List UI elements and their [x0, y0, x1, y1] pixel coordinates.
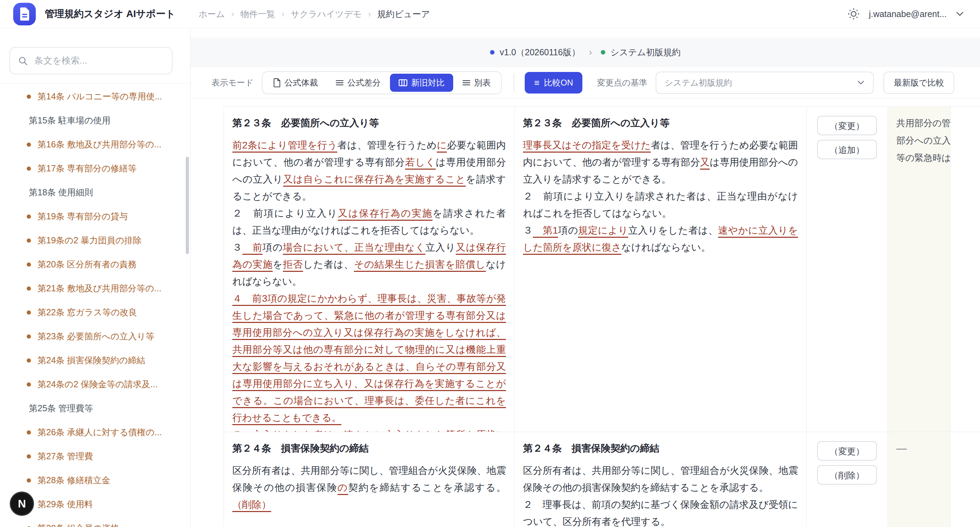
version-bar: v1.0（20260116版） › システム初版規約: [191, 38, 980, 67]
sidebar-item[interactable]: 第24条の2 保険金等の請求及...: [0, 372, 190, 396]
diff-text: ４ 前3項の規定にかかわらず、理事長は、災害、事故等が発生した場合であって、緊急…: [232, 293, 506, 423]
text-run: なければならない。: [621, 242, 711, 253]
sidebar-item[interactable]: 第16条 敷地及び共用部分等の...: [0, 133, 190, 157]
view-mode-label-text: 別表: [474, 77, 491, 88]
article-paragraph: 理事長又はその指定を受けた者は、管理を行うため必要な範囲内において、他の者が管理…: [523, 137, 798, 188]
basis-select-value: システム初版規約: [665, 77, 732, 88]
sidebar-scrollbar[interactable]: [186, 157, 189, 254]
app-title: 管理規約スタジオ AIサポート: [45, 7, 175, 21]
new-article-cell: 第２４条 損害保険契約の締結区分所有者は、共用部分等に関し、管理組合が火災保険、…: [515, 432, 807, 527]
sidebar-item[interactable]: 第18条 使用細則: [0, 180, 190, 204]
sidebar-item[interactable]: 第14条 バルコニー等の専用使...: [0, 85, 190, 109]
sidebar-item[interactable]: 第17条 専有部分の修繕等: [0, 157, 190, 180]
text-run: 項の: [558, 225, 578, 236]
sidebar-item[interactable]: 第22条 窓ガラス等の改良: [0, 300, 190, 324]
sidebar-item-label: 第17条 専有部分の修繕等: [38, 163, 137, 174]
view-mode-old-new-compare[interactable]: 新旧対比: [390, 74, 453, 92]
diff-text: に: [437, 140, 447, 150]
breadcrumb-property[interactable]: サクラハイツデモ: [291, 8, 362, 20]
view-mode-label-text: 新旧対比: [411, 77, 444, 88]
diff-text: その結果生じた損害を賠償し: [354, 259, 486, 270]
note-cell: —: [888, 432, 950, 527]
view-mode-appendix[interactable]: 別表: [454, 74, 500, 92]
text-run: ３: [232, 242, 242, 253]
sidebar-item-label: 第20条 区分所有者の責務: [38, 259, 137, 270]
sidebar-item[interactable]: 第28条 修繕積立金: [0, 468, 190, 492]
change-type-cell: （変更）（追加）: [807, 107, 888, 432]
text-run: 者は、管理を行うため: [337, 140, 436, 150]
changed-dot-icon: [27, 214, 31, 219]
sidebar-item-label: 第21条 敷地及び共用部分等の...: [38, 283, 161, 294]
sidebar-item[interactable]: 第15条 駐車場の使用: [0, 109, 190, 133]
sidebar-item-label: 第23条 必要箇所への立入り等: [38, 331, 154, 342]
article-paragraph: ３ 第1項の規定により立入りをした者は、速やかに立入りをした箇所を原状に復さなけ…: [523, 222, 798, 256]
sidebar-item[interactable]: 第21条 敷地及び共用部分等の...: [0, 276, 190, 300]
sidebar-item[interactable]: 第30条 組合員の資格: [0, 516, 190, 527]
lines-icon: [336, 80, 344, 86]
change-badge: （変更）: [817, 116, 877, 135]
sidebar: 第14条 バルコニー等の専用使...第15条 駐車場の使用第16条 敷地及び共用…: [0, 28, 191, 527]
breadcrumb-home[interactable]: ホーム: [198, 8, 225, 20]
app-logo[interactable]: [13, 3, 36, 26]
sidebar-item-label: 第25条 管理費等: [29, 402, 93, 414]
basis-select[interactable]: システム初版規約: [655, 72, 874, 94]
lines-icon: [463, 80, 470, 86]
search-icon: [18, 56, 28, 66]
app-root: 管理規約スタジオ AIサポート ホーム › 物件一覧 › サクラハイツデモ › …: [0, 0, 980, 527]
sidebar-item-label: 第19条 専有部分の貸与: [38, 211, 128, 222]
diff-text: 理事長又はその指定を受けた: [523, 140, 651, 150]
app-header: 管理規約スタジオ AIサポート ホーム › 物件一覧 › サクラハイツデモ › …: [0, 0, 980, 28]
breadcrumb: ホーム › 物件一覧 › サクラハイツデモ › 規約ビューア: [198, 8, 430, 20]
comparison-row: 第２４条 損害保険契約の締結区分所有者は、共用部分等に関し、管理組合が火災保険、…: [224, 432, 980, 527]
article-paragraph: 前2条により管理を行う者は、管理を行うために必要な範囲内において、他の者が管理す…: [232, 137, 506, 205]
version-separator: ›: [589, 47, 592, 58]
chevron-down-icon: [857, 80, 865, 85]
sidebar-item[interactable]: 第19条の2 暴力団員の排除: [0, 228, 190, 252]
sidebar-item-label: 第15条 駐車場の使用: [29, 115, 110, 126]
sidebar-item[interactable]: 第24条 損害保険契約の締結: [0, 348, 190, 372]
diff-text: 若しく: [405, 157, 436, 168]
text-run: 立入りをした者は、: [628, 225, 718, 236]
sidebar-item[interactable]: 第25条 管理費等: [0, 396, 190, 420]
view-mode-official-diff[interactable]: 公式差分: [327, 74, 389, 92]
sidebar-item[interactable]: 第20条 区分所有者の責務: [0, 252, 190, 276]
dev-badge[interactable]: N: [10, 492, 34, 516]
changed-dot-icon: [27, 94, 31, 99]
search-box[interactable]: [10, 47, 173, 74]
sidebar-item-label: 第24条の2 保険金等の請求及...: [38, 378, 158, 390]
note-line: —: [896, 440, 950, 457]
view-mode-label-text: 公式体裁: [285, 77, 318, 88]
sidebar-item[interactable]: 第27条 管理費: [0, 444, 190, 468]
changed-dot-icon: [27, 238, 31, 243]
sidebar-item-label: 第29条 使用料: [38, 498, 93, 510]
text-run: ２ 前項により立入りを請求された者は、正当な理由がなければこれを拒否してはならな…: [523, 191, 798, 219]
version-base[interactable]: システム初版規約: [611, 46, 681, 58]
sidebar-item[interactable]: 第23条 必要箇所への立入り等: [0, 324, 190, 348]
article-paragraph: 区分所有者は、共用部分等に関し、管理組合が火災保険、地震保険その他の損害保険の契…: [232, 462, 506, 513]
changed-dot-icon: [27, 286, 31, 291]
compare-latest-button[interactable]: 最新版で比較: [883, 72, 955, 94]
article-heading: 第２４条 損害保険契約の締結: [523, 442, 798, 455]
view-mode-label-text: 公式差分: [347, 77, 380, 88]
old-article-cell: 第２４条 損害保険契約の締結区分所有者は、共用部分等に関し、管理組合が火災保険、…: [224, 432, 515, 527]
view-mode-official-layout[interactable]: 公式体裁: [264, 74, 326, 92]
sidebar-item[interactable]: 第26条 承継人に対する債権の...: [0, 420, 190, 444]
sidebar-item[interactable]: 第19条 専有部分の貸与: [0, 204, 190, 228]
text-run: ３: [523, 225, 533, 236]
version-current[interactable]: v1.0（20260116版）: [500, 46, 580, 58]
breadcrumb-properties[interactable]: 物件一覧: [240, 8, 275, 20]
article-paragraph: ２ 前項により立入りを請求された者は、正当な理由がなければこれを拒否してはならな…: [523, 188, 798, 222]
changed-dot-icon: [27, 142, 31, 147]
changed-dot-icon: [27, 430, 31, 434]
sidebar-item-label: 第22条 窓ガラス等の改良: [38, 307, 137, 318]
user-email[interactable]: j.watanabe@arent...: [869, 9, 947, 19]
diff-text: 又: [700, 157, 710, 168]
theme-toggle-icon[interactable]: [847, 8, 860, 20]
search-input[interactable]: [34, 55, 164, 66]
sidebar-article-list: 第14条 バルコニー等の専用使...第15条 駐車場の使用第16条 敷地及び共用…: [0, 85, 190, 527]
chevron-down-icon[interactable]: [956, 11, 964, 16]
sidebar-item-label: 第26条 承継人に対する債権の...: [38, 426, 162, 438]
compare-toggle-button[interactable]: ≡ 比較ON: [525, 72, 582, 94]
change-badge: （追加）: [817, 140, 877, 159]
view-mode-group: 公式体裁公式差分新旧対比別表: [262, 71, 502, 94]
